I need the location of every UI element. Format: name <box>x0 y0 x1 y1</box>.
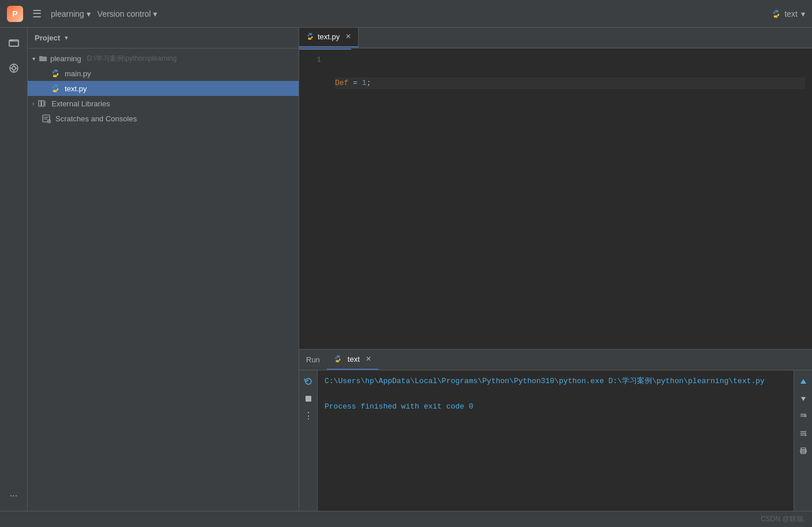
sidebar-project-arrow-icon[interactable]: ▾ <box>65 34 68 42</box>
editor-area: text.py ✕ 1 Def = 1; Run <box>299 28 812 511</box>
editor-tab-bar: text.py ✕ <box>299 28 812 49</box>
titlebar-right: text ▾ <box>772 9 805 18</box>
tree-item-scratches-label: Scratches and Consoles <box>55 114 137 123</box>
hamburger-menu[interactable]: ☰ <box>30 5 44 23</box>
expand-arrow-plearning: ▾ <box>32 55 35 62</box>
tab-text-py-close[interactable]: ✕ <box>345 32 351 40</box>
vcs-label: Version control <box>98 9 151 18</box>
project-arrow-icon: ▾ <box>87 9 91 18</box>
play-up-icon <box>799 377 807 385</box>
tree-item-plearning[interactable]: ▾ plearning D:\学习案例\python\plearning <box>28 51 299 66</box>
tree-item-plearning-path: D:\学习案例\python\plearning <box>87 54 177 64</box>
library-icon <box>38 99 47 108</box>
titlebar: P ☰ plearning ▾ Version control ▾ text ▾ <box>0 0 812 28</box>
python-file-icon-main <box>51 69 60 78</box>
vcs-arrow-icon: ▾ <box>153 9 157 18</box>
terminal-blank-line <box>325 388 787 400</box>
wrap-lines-btn[interactable] <box>797 410 810 422</box>
app-logo: P <box>7 6 23 22</box>
tab-python-icon <box>306 32 314 40</box>
tree-item-ext-libs[interactable]: › External Libraries <box>28 96 299 111</box>
svg-point-29 <box>805 451 806 451</box>
editor-main: text.py ✕ 1 Def = 1; <box>299 28 812 349</box>
run-config-label: text <box>784 9 798 18</box>
stop-icon <box>304 395 312 403</box>
terminal-cmd-line: C:\Users\hp\AppData\Local\Programs\Pytho… <box>325 375 787 388</box>
right-panel-controls <box>794 370 812 511</box>
bottom-panel: Run text ✕ <box>299 349 812 511</box>
tab-text-py-label: text.py <box>318 32 340 41</box>
number-1: 1 <box>362 79 367 87</box>
python-icon <box>772 9 781 18</box>
status-bar: CSDN @联瑞. <box>0 511 812 527</box>
run-up-btn[interactable] <box>797 375 810 388</box>
svg-rect-10 <box>42 101 44 106</box>
tree-item-text-py-label: text.py <box>65 84 87 93</box>
keyword-def: Def <box>335 79 348 87</box>
bottom-tab-run-label: Run <box>306 355 320 364</box>
svg-marker-20 <box>801 397 806 401</box>
expand-arrow-ext-libs: › <box>32 101 34 107</box>
file-tree: ▾ plearning D:\学习案例\python\plearning mai… <box>28 49 299 511</box>
rerun-btn[interactable] <box>301 374 316 389</box>
project-sidebar: Project ▾ ▾ plearning D:\学习案例\python\ple… <box>28 28 299 511</box>
sidebar-header: Project ▾ <box>28 28 299 49</box>
tree-item-ext-libs-label: External Libraries <box>51 99 110 108</box>
run-config-selector[interactable]: text ▾ <box>772 9 805 18</box>
terminal-exit-line: Process finished with exit code 0 <box>325 400 787 413</box>
folder-icon <box>8 37 20 49</box>
scroll-icon <box>799 429 807 437</box>
project-label: plearning <box>51 9 84 18</box>
line-numbers: 1 <box>299 50 328 349</box>
wrap-icon <box>799 412 807 420</box>
sidebar-project-title: Project <box>35 34 60 42</box>
svg-rect-11 <box>44 101 46 106</box>
ellipsis-icon: ··· <box>10 491 17 501</box>
play-down-icon <box>799 395 807 403</box>
print-btn[interactable] <box>797 444 810 457</box>
main-area: ··· Project ▾ ▾ plearning D:\学习案例\python… <box>0 28 812 511</box>
tree-item-main-py-label: main.py <box>65 69 91 78</box>
folder-tree-icon <box>39 54 48 63</box>
bottom-tab-bar: Run text ✕ <box>299 350 812 370</box>
more-options-btn[interactable]: ⋮ <box>301 409 316 424</box>
svg-point-4 <box>12 66 16 70</box>
code-editor[interactable]: 1 Def = 1; <box>299 50 812 349</box>
vcs-selector[interactable]: Version control ▾ <box>98 9 158 18</box>
svg-rect-9 <box>39 101 41 106</box>
svg-marker-19 <box>800 379 806 384</box>
bottom-tab-python-icon <box>334 355 342 363</box>
bottom-left-controls: ⋮ <box>299 370 318 511</box>
line-num-1: 1 <box>299 54 328 66</box>
run-down-btn[interactable] <box>797 392 810 405</box>
rerun-icon <box>304 377 313 386</box>
project-selector[interactable]: plearning ▾ <box>51 9 91 18</box>
bottom-tab-text-close[interactable]: ✕ <box>366 355 371 363</box>
ellipsis-vert-icon: ⋮ <box>304 411 313 421</box>
svg-rect-18 <box>306 396 311 402</box>
status-bar-right: CSDN @联瑞. <box>761 514 805 524</box>
scroll-btn[interactable] <box>797 427 810 440</box>
svg-rect-2 <box>9 41 18 46</box>
terminal-output[interactable]: C:\Users\hp\AppData\Local\Programs\Pytho… <box>318 370 794 511</box>
bottom-tab-text-label: text <box>348 355 360 363</box>
tab-text-py[interactable]: text.py ✕ <box>299 28 359 47</box>
tree-item-main-py[interactable]: main.py <box>28 66 299 81</box>
code-line-1: Def = 1; <box>335 77 805 89</box>
sidebar-toggle-folder[interactable] <box>3 32 24 53</box>
left-icon-bar: ··· <box>0 28 28 511</box>
tree-item-scratches[interactable]: Scratches and Consoles <box>28 111 299 126</box>
run-config-arrow-icon: ▾ <box>801 9 805 18</box>
stop-btn[interactable] <box>301 391 316 406</box>
code-content[interactable]: Def = 1; <box>328 50 812 349</box>
tree-item-text-py[interactable]: text.py <box>28 81 299 96</box>
print-icon <box>799 447 807 455</box>
scratches-icon <box>42 114 51 123</box>
tree-item-plearning-label: plearning <box>50 54 81 63</box>
bottom-tab-run[interactable]: Run <box>299 349 327 370</box>
more-tools-btn[interactable]: ··· <box>3 485 24 506</box>
bottom-tab-text[interactable]: text ✕ <box>327 349 378 370</box>
python-file-icon-text <box>51 84 60 93</box>
plugins-icon <box>8 62 20 74</box>
plugin-icon-btn[interactable] <box>3 58 24 79</box>
